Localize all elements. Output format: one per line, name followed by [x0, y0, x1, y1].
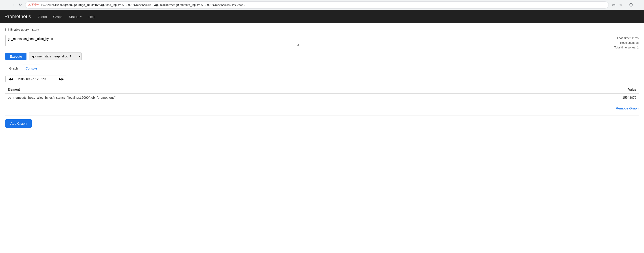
- security-icon: ⚠ 不安全: [28, 3, 40, 7]
- console-tab-content: ◀◀ ▶▶ Element Value go_memstats_heap_all…: [6, 76, 638, 111]
- url-display: 10.0.28.251:9090/graph?g0.range_input=15…: [41, 3, 606, 6]
- table-header-row: Element Value: [6, 86, 638, 93]
- query-stats: Load time: 11ms Resolution: 3s Total tim…: [598, 35, 638, 50]
- tab-graph[interactable]: Graph: [6, 64, 22, 72]
- col-value-header: Value: [550, 86, 638, 93]
- navbar-brand: Prometheus: [4, 14, 31, 20]
- execute-row: Execute go_memstats_heap_alloc ⬍: [6, 52, 638, 60]
- menu-button[interactable]: ⋮: [635, 2, 641, 8]
- query-row: go_memstats_heap_alloc_bytes Load time: …: [6, 35, 638, 50]
- separator: [6, 116, 638, 116]
- time-input[interactable]: [16, 76, 56, 82]
- profile-button[interactable]: ◯: [628, 2, 634, 8]
- query-input[interactable]: go_memstats_heap_alloc_bytes: [6, 35, 299, 46]
- resolution-stat: Resolution: 3s: [598, 40, 638, 45]
- metric-select[interactable]: go_memstats_heap_alloc ⬍: [29, 52, 82, 60]
- nav-graph[interactable]: Graph: [50, 14, 65, 20]
- query-textarea-wrapper: go_memstats_heap_alloc_bytes: [6, 35, 595, 47]
- security-warning-icon: ⚠: [28, 3, 31, 7]
- value-cell: 15543072: [550, 93, 638, 102]
- chevron-down-icon: ▼: [80, 15, 82, 18]
- navbar: Prometheus Alerts Graph Status ▼ Help: [0, 10, 644, 23]
- add-graph-button[interactable]: Add Graph: [6, 119, 32, 128]
- table-row: go_memstats_heap_alloc_bytes{instance="l…: [6, 93, 638, 102]
- nav-help[interactable]: Help: [86, 14, 98, 20]
- divider: [626, 3, 626, 7]
- time-nav: ◀◀ ▶▶: [6, 76, 638, 82]
- address-bar[interactable]: ⚠ 不安全 10.0.28.251:9090/graph?g0.range_in…: [25, 1, 609, 8]
- browser-nav-buttons: ← → ↻: [3, 2, 23, 8]
- element-cell: go_memstats_heap_alloc_bytes{instance="l…: [6, 93, 550, 102]
- remove-graph-button[interactable]: Remove Graph: [616, 106, 638, 111]
- load-time-stat: Load time: 11ms: [598, 36, 638, 40]
- back-button[interactable]: ←: [3, 2, 9, 8]
- tabs: Graph Console: [6, 64, 638, 72]
- enable-history-row: Enable query history: [6, 28, 638, 32]
- total-series-stat: Total time series: 1: [598, 45, 638, 50]
- translate-button[interactable]: ▭: [610, 2, 617, 8]
- results-table: Element Value go_memstats_heap_alloc_byt…: [6, 86, 638, 102]
- forward-button[interactable]: →: [10, 2, 16, 8]
- main-content: Enable query history go_memstats_heap_al…: [0, 23, 644, 253]
- time-next-button[interactable]: ▶▶: [56, 76, 67, 82]
- reload-button[interactable]: ↻: [17, 2, 23, 8]
- enable-history-label[interactable]: Enable query history: [10, 28, 39, 32]
- tab-console[interactable]: Console: [22, 64, 41, 72]
- execute-button[interactable]: Execute: [6, 53, 26, 60]
- col-element-header: Element: [6, 86, 550, 93]
- nav-status[interactable]: Status ▼: [66, 14, 85, 20]
- security-text: 不安全: [32, 3, 40, 7]
- remove-graph-row: Remove Graph: [6, 106, 638, 111]
- browser-actions: ▭ ☆ ◯ ⋮: [610, 2, 641, 8]
- bookmark-button[interactable]: ☆: [618, 2, 624, 8]
- browser-chrome: ← → ↻ ⚠ 不安全 10.0.28.251:9090/graph?g0.ra…: [0, 0, 644, 10]
- enable-history-checkbox[interactable]: [6, 28, 8, 31]
- nav-alerts[interactable]: Alerts: [36, 14, 50, 20]
- time-prev-button[interactable]: ◀◀: [6, 76, 16, 82]
